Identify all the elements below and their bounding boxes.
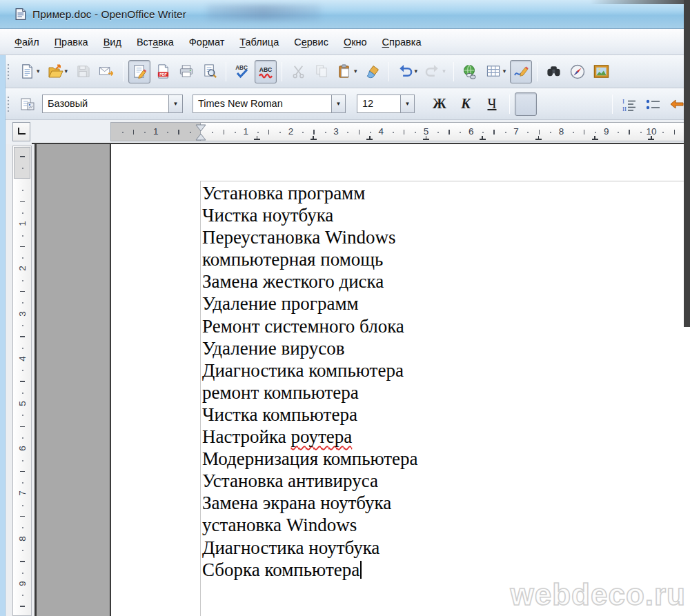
font-size-combobox[interactable]: 12 ▼ [357,95,415,113]
ruler-dot [393,132,394,133]
underline-button[interactable]: Ч [480,92,504,116]
font-combo-dropdown-button[interactable]: ▼ [331,95,345,112]
title-bar[interactable]: Пример.doc - OpenOffice Writer [0,0,690,29]
ruler-tick [20,291,25,292]
dropdown-arrow-icon[interactable]: ▾ [442,68,446,74]
save-button [72,60,94,83]
undo-button[interactable]: ▾ [394,60,421,83]
tab-stop-marker[interactable] [310,136,317,140]
size-combo-dropdown-button[interactable]: ▼ [400,95,414,112]
horizontal-ruler[interactable]: 112345678910 [110,122,690,141]
tab-stop-marker[interactable] [480,136,486,140]
clone-formatting-button[interactable] [362,60,384,83]
binoculars-icon [545,63,562,79]
tab-stop-marker[interactable] [648,136,654,140]
toolbar-grip-handle[interactable] [7,63,10,80]
tab-stop-marker[interactable] [366,136,373,140]
edit-file-button[interactable] [128,60,150,83]
ruler-tick [674,130,675,135]
bold-button[interactable]: Ж [427,92,452,116]
menu-file[interactable]: Файл [7,32,47,52]
document-line[interactable]: компьютерная помощь [202,248,685,270]
style-combo-dropdown-button[interactable]: ▼ [168,95,182,112]
paragraph-styles-button[interactable] [17,92,39,116]
ruler-number: 5 [17,401,28,406]
align-center-button[interactable] [538,92,560,116]
document-line[interactable]: Диагностика компьютера [202,359,685,381]
indent-markers[interactable] [195,123,207,141]
document-line[interactable]: Чистка ноутбука [202,204,685,226]
menu-help[interactable]: Справка [375,32,429,52]
menu-window[interactable]: Окно [336,32,375,52]
document-line[interactable]: Удаление программ [202,292,685,315]
italic-button[interactable]: К [453,92,478,116]
dropdown-arrow-icon[interactable]: ▾ [415,68,418,74]
navigator-button[interactable] [566,60,589,83]
document-line[interactable]: Замена жесткого диска [202,270,685,292]
ruler-dot [370,132,371,133]
tab-stop-marker[interactable] [423,136,429,140]
email-envelope-icon [98,63,115,79]
export-pdf-button[interactable]: PDF [152,60,174,83]
spellcheck-button[interactable]: ABC [231,60,253,83]
print-button[interactable] [175,60,197,83]
toolbar-grip-handle[interactable] [7,96,10,112]
numbered-list-button[interactable]: III [618,92,640,116]
document-line[interactable]: Чистка компьютера [202,404,685,426]
document-line[interactable]: Переустановка Windows [202,226,685,248]
document-line[interactable]: Удаление вирусов [202,337,685,359]
align-left-button[interactable] [515,92,537,116]
menu-edit[interactable]: Правка [47,32,96,52]
table-grid-icon [485,63,502,79]
document-line[interactable]: Настройка роутера [202,426,685,448]
tab-stop-marker[interactable] [535,136,542,140]
font-name-combobox[interactable]: Times New Roman ▼ [193,95,346,113]
menu-insert[interactable]: Вставка [129,32,181,52]
document-line[interactable]: Диагностика ноутбука [202,537,685,559]
ruler-dot [550,132,551,133]
new-document-button[interactable]: ▾ [17,60,43,83]
document-line[interactable]: установка Windows [202,514,685,536]
find-and-replace-button[interactable] [542,60,565,83]
tab-stop-marker[interactable] [592,136,598,140]
scissors-icon [290,63,306,79]
document-line[interactable]: ремонт компьютера [202,381,685,404]
menu-view[interactable]: Вид [96,32,129,52]
align-right-button[interactable] [562,92,584,116]
insert-table-button[interactable]: ▾ [482,60,509,83]
ruler-number: 10 [646,126,656,137]
page[interactable]: Установка программЧистка ноутбукаПереуст… [111,144,690,616]
page-preview-button[interactable] [199,60,221,83]
paste-button[interactable]: ▾ [334,60,360,83]
ruler-tick [178,130,179,135]
document-line[interactable]: Модернизация компьютера [202,448,685,470]
insert-hyperlink-button[interactable] [459,60,481,83]
ruler-dot [122,132,124,133]
document-line[interactable]: Установка антивируса [202,470,685,492]
dropdown-arrow-icon[interactable]: ▾ [354,68,357,74]
menu-format[interactable]: Формат [181,32,233,52]
misspelled-word[interactable]: роутера [291,426,353,447]
paragraph-style-combobox[interactable]: Базовый ▼ [42,95,183,113]
dropdown-arrow-icon[interactable]: ▾ [65,68,68,74]
document-line[interactable]: Замена экрана ноутбука [202,492,685,514]
menu-table[interactable]: Таблица [232,32,286,52]
email-document-button[interactable] [95,60,118,83]
dropdown-arrow-icon[interactable]: ▾ [37,68,40,74]
document-line[interactable]: Ремонт системного блока [202,315,685,337]
document-text[interactable]: Установка программЧистка ноутбукаПереуст… [202,182,685,581]
auto-spellcheck-button[interactable]: ABC [255,60,277,83]
open-document-button[interactable]: ▾ [44,60,71,83]
menu-tools[interactable]: Сервис [286,32,336,52]
document-line[interactable]: Установка программ [202,182,685,204]
show-draw-functions-button[interactable] [510,60,532,83]
tab-type-selector-button[interactable] [12,122,30,141]
gallery-button[interactable] [590,60,613,83]
vertical-ruler[interactable]: 123456789 [12,146,32,616]
tab-stop-marker[interactable] [254,136,260,140]
align-justify-button[interactable] [585,92,607,116]
text-boundary-top [200,181,690,181]
ruler-dot [257,132,259,133]
bullet-list-button[interactable] [642,92,664,116]
dropdown-arrow-icon[interactable]: ▾ [503,68,506,74]
